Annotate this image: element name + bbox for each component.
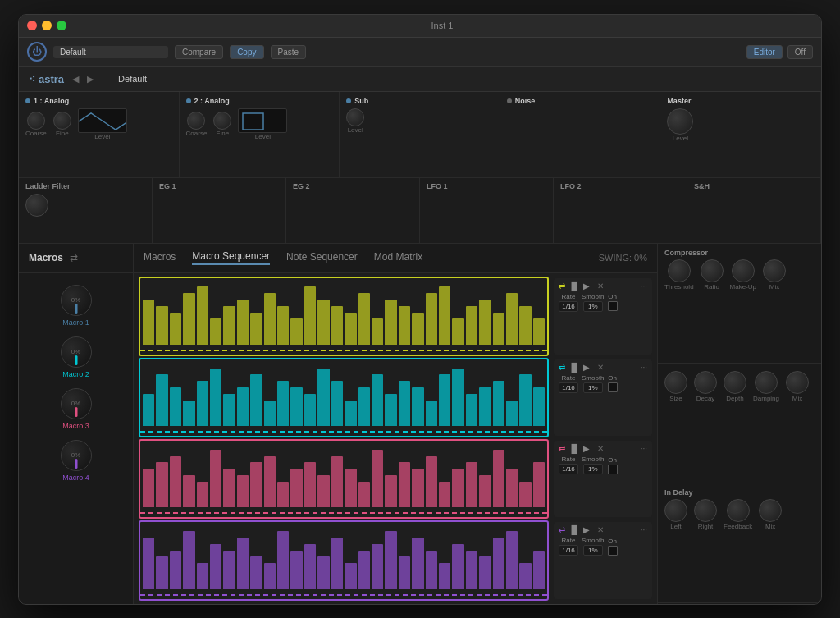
osc1-fine-knob[interactable] — [53, 112, 71, 130]
osc1-waveform[interactable] — [78, 108, 127, 133]
bar-segment — [170, 551, 181, 589]
macro-4-item[interactable]: 0% Macro 4 — [19, 435, 133, 487]
reverb-block: Size Decay Depth Damping — [658, 364, 821, 483]
track-1-shuffle-icon[interactable]: ⇄ — [559, 282, 565, 291]
track-1-play-icon[interactable]: ▶| — [583, 282, 592, 291]
track-3-smooth-value[interactable]: 1% — [583, 464, 603, 474]
shuffle-icon[interactable]: ⇄ — [70, 252, 78, 263]
tab-note-sequencer[interactable]: Note Sequencer — [286, 251, 358, 264]
track-1-close-icon[interactable]: ✕ — [597, 282, 604, 291]
track-2-rate-value[interactable]: 1/16 — [559, 382, 578, 393]
macros-title: Macros — [29, 252, 63, 263]
track-2-bars[interactable] — [139, 358, 549, 437]
macro-2-item[interactable]: 0% Macro 2 — [19, 332, 133, 383]
paste-button[interactable]: Paste — [271, 45, 307, 59]
track-3-bars-icon[interactable]: ▐▌ — [568, 444, 580, 453]
macro-2-knob[interactable]: 0% — [61, 336, 92, 368]
depth-knob[interactable] — [724, 371, 746, 394]
feedback-knob[interactable] — [727, 499, 750, 522]
ratio-knob[interactable] — [701, 259, 724, 282]
osc-sub: Sub Level — [340, 92, 500, 177]
power-button[interactable]: ⏻ — [27, 42, 47, 62]
track-4-bars[interactable] — [139, 520, 549, 600]
track-4-on-checkbox[interactable] — [608, 546, 618, 556]
bar-segment — [412, 387, 423, 426]
sub-level-knob[interactable] — [346, 108, 364, 126]
track-1-on-label: On — [608, 293, 617, 300]
right-knob[interactable] — [694, 499, 717, 522]
compare-button[interactable]: Compare — [175, 45, 223, 59]
bar-segment — [197, 563, 208, 588]
track-4-play-icon[interactable]: ▶| — [583, 525, 592, 534]
bar-segment — [372, 544, 383, 589]
track-2-more-icon[interactable]: ··· — [641, 363, 647, 372]
close-dot[interactable] — [27, 21, 37, 30]
tab-macros[interactable]: Macros — [144, 251, 176, 264]
bar-segment — [143, 538, 154, 589]
track-2-bars-icon[interactable]: ▐▌ — [568, 363, 580, 372]
bar-segment — [210, 318, 221, 344]
track-3-shuffle-icon[interactable]: ⇄ — [559, 444, 565, 453]
oscillators-row: 1 : Analog Coarse Fine Lev — [19, 92, 821, 178]
editor-button[interactable]: Editor — [746, 45, 783, 59]
bar-segment — [426, 293, 437, 345]
bar-segment — [223, 469, 235, 507]
size-knob[interactable] — [664, 371, 687, 394]
track-2-smooth-value[interactable]: 1% — [583, 382, 603, 393]
track-4-close-icon[interactable]: ✕ — [597, 525, 604, 534]
decay-knob[interactable] — [694, 371, 717, 394]
track-4-dashes — [140, 594, 547, 596]
filter-knob-1[interactable] — [25, 194, 48, 217]
track-1-bars[interactable] — [139, 277, 549, 356]
track-1-more-icon[interactable]: ··· — [641, 282, 647, 291]
osc1-coarse-knob[interactable] — [27, 112, 45, 130]
master-level-knob[interactable] — [667, 108, 693, 135]
threshold-knob[interactable] — [668, 259, 691, 282]
macro-3-item[interactable]: 0% Macro 3 — [19, 383, 133, 435]
track-3-close-icon[interactable]: ✕ — [597, 444, 604, 453]
track-3-more-icon[interactable]: ··· — [641, 444, 647, 453]
osc2-fine-knob[interactable] — [213, 112, 231, 130]
off-button[interactable]: Off — [788, 45, 813, 59]
osc2-waveform[interactable] — [238, 108, 287, 133]
left-knob[interactable] — [664, 499, 687, 522]
damping-knob[interactable] — [755, 371, 778, 394]
copy-button[interactable]: Copy — [230, 45, 263, 59]
track-2-shuffle-icon[interactable]: ⇄ — [559, 363, 565, 372]
macro-3-knob[interactable]: 0% — [61, 388, 92, 419]
osc2-coarse-knob[interactable] — [187, 112, 205, 130]
track-1-bars-icon[interactable]: ▐▌ — [568, 282, 580, 291]
track-1-on-checkbox[interactable] — [608, 301, 618, 311]
track-4-smooth-value[interactable]: 1% — [583, 545, 603, 556]
track-2-play-icon[interactable]: ▶| — [583, 363, 592, 372]
track-3-rate-value[interactable]: 1/16 — [559, 464, 578, 474]
track-3-play-icon[interactable]: ▶| — [583, 444, 592, 453]
track-3-on-label: On — [608, 456, 617, 464]
track-2-on-checkbox[interactable] — [608, 382, 618, 392]
delay-mix-knob[interactable] — [759, 499, 782, 522]
track-1-smooth-value[interactable]: 1% — [583, 301, 603, 312]
maximize-dot[interactable] — [57, 21, 66, 30]
macro-4-knob[interactable]: 0% — [61, 440, 92, 471]
track-4-shuffle-icon[interactable]: ⇄ — [559, 525, 565, 534]
track-4-rate-value[interactable]: 1/16 — [559, 545, 578, 556]
macro-1-knob[interactable]: 0% — [61, 285, 92, 316]
nav-prev[interactable]: ◀ — [72, 74, 79, 85]
reverb-mix-knob[interactable] — [786, 371, 809, 394]
macro-1-item[interactable]: 0% Macro 1 — [19, 280, 133, 332]
makeup-knob[interactable] — [732, 259, 755, 282]
track-2-close-icon[interactable]: ✕ — [597, 363, 604, 372]
comp-mix-knob[interactable] — [763, 259, 786, 282]
delay-mix-group: Mix — [759, 499, 782, 530]
track-3-bars[interactable] — [139, 439, 549, 519]
track-1-rate-value[interactable]: 1/16 — [559, 301, 578, 312]
track-4-more-icon[interactable]: ··· — [641, 525, 647, 534]
nav-next[interactable]: ▶ — [87, 74, 94, 85]
tab-mod-matrix[interactable]: Mod Matrix — [374, 251, 422, 264]
track-4-bars-icon[interactable]: ▐▌ — [568, 525, 580, 534]
tab-macro-sequencer[interactable]: Macro Sequencer — [192, 250, 270, 265]
bar-segment — [506, 401, 518, 426]
track-3-on-checkbox[interactable] — [608, 465, 618, 474]
minimize-dot[interactable] — [42, 21, 52, 30]
bar-segment — [250, 556, 262, 588]
